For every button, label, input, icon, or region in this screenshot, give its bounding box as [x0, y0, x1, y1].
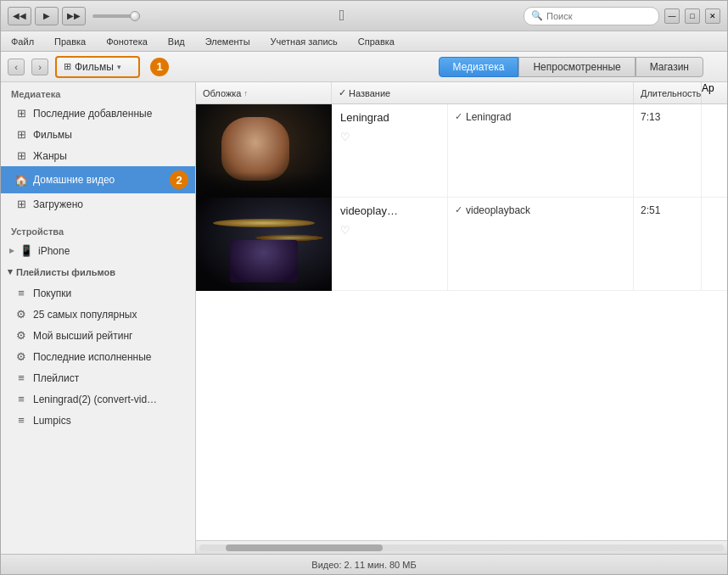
search-icon: 🔍	[531, 10, 543, 21]
thumb-face	[221, 117, 289, 181]
sidebar-item-playlist-label: Плейлист	[33, 372, 188, 384]
menu-account[interactable]: Учетная запись	[267, 35, 341, 48]
purchases-icon: ≡	[14, 287, 28, 299]
sidebar-item-purchases-label: Покупки	[33, 288, 188, 299]
sidebar-item-top25-label: 25 самых популярных	[33, 309, 188, 321]
sidebar-item-downloaded-label: Загружено	[33, 198, 188, 210]
col-duration-header[interactable]: Длительность	[634, 82, 702, 103]
menu-library[interactable]: Фонотека	[103, 35, 151, 48]
menu-file[interactable]: Файл	[8, 35, 37, 48]
minimize-button[interactable]: —	[664, 8, 680, 24]
status-text: Видео: 2. 11 мин. 80 МБ	[311, 560, 416, 570]
iphone-icon: 📱	[20, 244, 33, 257]
search-input[interactable]	[546, 11, 648, 21]
row-name-text: videoplayback	[466, 204, 530, 216]
sidebar-section-library: Медиатека	[1, 82, 195, 103]
title-bar: ◀◀ ▶ ▶▶  🔍 — □ ✕	[1, 1, 727, 31]
status-bar: Видео: 2. 11 мин. 80 МБ	[1, 554, 727, 574]
row-extra	[702, 198, 727, 290]
maximize-button[interactable]: □	[685, 8, 700, 24]
sidebar-item-movies[interactable]: ⊞ Фильмы	[1, 124, 195, 145]
empty-area	[196, 291, 727, 540]
sidebar-item-leningrad2[interactable]: ≡ Leningrad(2) (convert-vid…	[1, 388, 195, 410]
sidebar-section-playlists-toggle[interactable]: ▾ Плейлисты фильмов	[1, 261, 195, 282]
h-scrollbar-thumb[interactable]	[226, 544, 383, 551]
row-title: videoplay…	[340, 204, 439, 217]
sidebar-item-playlist[interactable]: ≡ Плейлист	[1, 367, 195, 388]
sidebar-item-lumpics[interactable]: ≡ Lumpics	[1, 410, 195, 431]
leningrad2-icon: ≡	[14, 393, 28, 405]
downloaded-icon: ⊞	[14, 198, 28, 210]
play-button[interactable]: ▶	[35, 7, 59, 25]
menu-edit[interactable]: Правка	[51, 35, 89, 48]
row-extra	[702, 104, 727, 197]
tab-library[interactable]: Медиатека	[439, 57, 519, 77]
close-button[interactable]: ✕	[705, 8, 720, 24]
chevron-down-icon: ▾	[117, 63, 121, 71]
forward-button[interactable]: ▶▶	[62, 7, 86, 25]
lumpics-icon: ≡	[14, 414, 28, 427]
menu-bar: Файл Правка Фонотека Вид Элементы Учетна…	[1, 31, 727, 52]
sidebar-item-top-rating-label: Мой высший рейтинг	[33, 330, 188, 342]
sidebar: Медиатека ⊞ Последние добавленные ⊞ Филь…	[1, 82, 196, 554]
sidebar-item-top-rating[interactable]: ⚙ Мой высший рейтинг	[1, 325, 195, 346]
heart-icon[interactable]: ♡	[340, 224, 439, 237]
library-type-dropdown[interactable]: ⊞ Фильмы ▾	[55, 56, 140, 78]
content-rows: Leningrad ♡ ✓ Leningrad 7:13	[196, 104, 727, 540]
sidebar-item-iphone[interactable]: ▶ 📱 iPhone	[1, 240, 195, 261]
table-header: Обложка ↑ ✓ Название Длительность Ар	[196, 82, 727, 104]
sidebar-item-home-video[interactable]: 🏠 Домашние видео 2	[1, 166, 195, 193]
rewind-button[interactable]: ◀◀	[8, 7, 31, 25]
h-scroll-area	[196, 540, 727, 554]
search-box[interactable]: 🔍	[524, 7, 659, 25]
heart-icon[interactable]: ♡	[340, 131, 439, 143]
sidebar-item-home-video-label: Домашние видео	[33, 174, 158, 186]
sort-arrow-icon: ↑	[244, 89, 248, 98]
nav-bar: ‹ › ⊞ Фильмы ▾ 1 Медиатека Непросмотренн…	[1, 52, 727, 82]
col-extra-header: Ар	[702, 82, 727, 103]
sidebar-item-recent-label: Последние добавленные	[33, 108, 188, 120]
volume-thumb[interactable]	[130, 11, 140, 21]
row-duration: 7:13	[634, 104, 702, 197]
sidebar-item-top25[interactable]: ⚙ 25 самых популярных	[1, 304, 195, 325]
sidebar-item-downloaded[interactable]: ⊞ Загружено	[1, 193, 195, 215]
app-window: ◀◀ ▶ ▶▶  🔍 — □ ✕ Файл Правка Фонотека В…	[0, 0, 728, 575]
menu-view[interactable]: Вид	[165, 35, 188, 48]
tab-unwatched[interactable]: Непросмотренные	[518, 57, 635, 77]
row-info: videoplay… ♡	[332, 198, 447, 290]
h-scrollbar[interactable]	[199, 544, 724, 551]
recent-icon: ⊞	[14, 107, 28, 120]
volume-slider[interactable]	[92, 14, 160, 18]
sidebar-item-recent[interactable]: ⊞ Последние добавленные	[1, 103, 195, 124]
row-checkmark: ✓	[455, 111, 462, 122]
sidebar-item-movies-label: Фильмы	[33, 129, 188, 141]
nav-forward-button[interactable]: ›	[31, 59, 48, 75]
tab-store[interactable]: Магазин	[636, 57, 703, 77]
sidebar-item-recent-played-label: Последние исполненные	[33, 351, 188, 363]
sidebar-item-genres-label: Жанры	[33, 150, 188, 162]
dropdown-label: Фильмы	[75, 61, 114, 73]
dropdown-icon: ⊞	[64, 61, 71, 72]
nav-back-button[interactable]: ‹	[8, 59, 25, 75]
sidebar-item-recent-played[interactable]: ⚙ Последние исполненные	[1, 346, 195, 367]
sidebar-item-leningrad2-label: Leningrad(2) (convert-vid…	[33, 394, 188, 405]
thumbnail-leningrad	[196, 104, 332, 198]
row-name-col: ✓ videoplayback	[447, 198, 634, 290]
apple-logo: 	[339, 7, 345, 25]
table-row[interactable]: Leningrad ♡ ✓ Leningrad 7:13	[196, 104, 727, 198]
row-title: Leningrad	[340, 111, 439, 124]
playlists-toggle-arrow: ▾	[8, 266, 13, 277]
menu-help[interactable]: Справка	[355, 35, 398, 48]
col-cover-header[interactable]: Обложка ↑	[196, 82, 332, 103]
row-checkmark: ✓	[455, 204, 462, 215]
row-info: Leningrad ♡	[332, 104, 447, 197]
table-row[interactable]: videoplay… ♡ ✓ videoplayback 2:51	[196, 198, 727, 291]
sidebar-item-genres[interactable]: ⊞ Жанры	[1, 145, 195, 166]
menu-items[interactable]: Элементы	[202, 35, 254, 48]
expand-arrow-icon: ▶	[9, 247, 14, 254]
main-content: Медиатека ⊞ Последние добавленные ⊞ Филь…	[1, 82, 727, 554]
col-title-header[interactable]: ✓ Название	[332, 82, 634, 103]
sidebar-item-purchases[interactable]: ≡ Покупки	[1, 282, 195, 304]
thumb-shadow	[196, 172, 332, 198]
sidebar-item-iphone-label: iPhone	[38, 245, 188, 257]
